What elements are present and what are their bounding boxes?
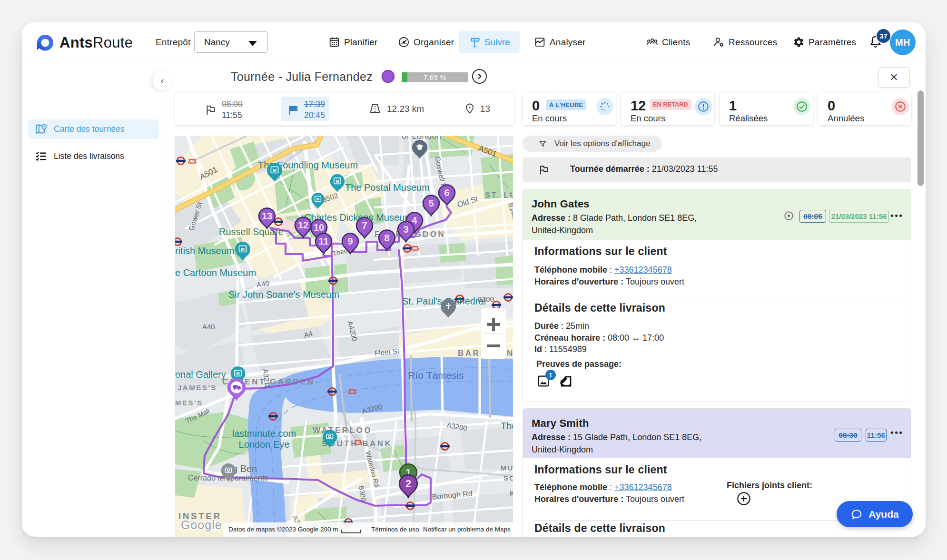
svg-text:JAMES'S: JAMES'S — [178, 383, 217, 392]
svg-text:3: 3 — [403, 224, 408, 235]
svg-text:onal Gallery: onal Gallery — [175, 369, 226, 380]
svg-text:Río Támesis: Río Támesis — [408, 370, 464, 381]
svg-text:12: 12 — [298, 220, 308, 230]
svg-text:ritish Museum: ritish Museum — [175, 246, 234, 256]
svg-text:6: 6 — [444, 187, 449, 198]
svg-text:Datos de mapas ©2023 Google: Datos de mapas ©2023 Google — [228, 526, 318, 533]
svg-text:Russell Square: Russell Square — [219, 226, 284, 237]
svg-text:SO: SO — [503, 474, 513, 482]
svg-text:Google: Google — [181, 518, 222, 531]
svg-text:8: 8 — [384, 233, 389, 243]
svg-text:KI: KI — [510, 490, 513, 498]
svg-text:10: 10 — [314, 222, 324, 233]
svg-text:5: 5 — [428, 198, 434, 208]
svg-text:London Eye: London Eye — [239, 439, 290, 450]
svg-text:9: 9 — [347, 236, 353, 246]
svg-text:ST. LUKE'S: ST. LUKE'S — [485, 191, 513, 199]
svg-text:WATERLOO: WATERLOO — [313, 426, 372, 435]
svg-text:200 m: 200 m — [320, 526, 338, 533]
svg-text:MU: MU — [501, 464, 513, 472]
svg-text:4: 4 — [412, 215, 417, 226]
svg-text:lastminute.com: lastminute.com — [232, 428, 296, 439]
svg-text:13: 13 — [262, 211, 272, 221]
svg-text:Sir John Soane's Museum: Sir John Soane's Museum — [228, 289, 339, 300]
svg-text:The Postal Museum: The Postal Museum — [345, 182, 430, 193]
svg-text:A40: A40 — [202, 323, 215, 331]
svg-text:B100: B100 — [477, 295, 494, 303]
svg-text:The Sl: The Sl — [501, 421, 513, 431]
svg-text:e Cartoon Museum: e Cartoon Museum — [175, 267, 256, 278]
svg-text:M: M — [236, 371, 239, 376]
svg-text:2: 2 — [405, 478, 411, 490]
svg-text:M: M — [273, 168, 276, 173]
svg-text:7: 7 — [362, 220, 367, 231]
svg-text:of London: of London — [402, 136, 442, 141]
svg-text:M: M — [316, 197, 319, 201]
svg-text:M: M — [241, 247, 245, 252]
svg-text:Términos de uso: Términos de uso — [371, 526, 419, 533]
svg-text:Notificar un problema de Maps: Notificar un problema de Maps — [423, 526, 511, 533]
svg-text:11: 11 — [318, 236, 328, 246]
svg-text:M: M — [335, 179, 339, 184]
svg-text:MES'S: MES'S — [175, 399, 203, 407]
